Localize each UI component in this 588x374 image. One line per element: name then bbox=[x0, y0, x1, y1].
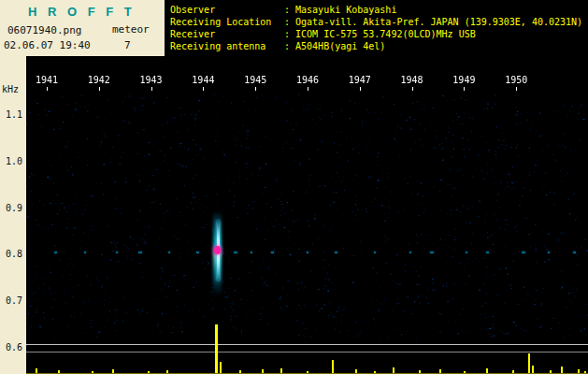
freq-tick-label: 0.8 bbox=[0, 249, 22, 259]
mode-label: meteor bbox=[112, 23, 150, 36]
signal-level-bar bbox=[215, 324, 218, 373]
output-filename: 06071940.png bbox=[7, 24, 81, 36]
signal-level-bar bbox=[528, 353, 530, 373]
info-value: : Ogata-vill. Akita-Pref. JAPAN (139.930… bbox=[284, 16, 582, 28]
info-value: : A504HB(yagi 4el) bbox=[284, 40, 385, 52]
meteor-count: 7 bbox=[124, 39, 131, 51]
info-label: Receiving antenna bbox=[170, 40, 284, 52]
freq-tick-label: 0.7 bbox=[0, 295, 22, 306]
info-label: Observer bbox=[170, 4, 284, 16]
header-left-panel: H R O F F T 06071940.png meteor 02.06.07… bbox=[0, 0, 165, 56]
frequency-unit-label: kHz bbox=[2, 84, 19, 94]
app-title: H R O F F T bbox=[28, 5, 136, 19]
info-value: : ICOM IC-575 53.7492(0LCD)MHz USB bbox=[284, 28, 476, 40]
info-row: Receiving Location: Ogata-vill. Akita-Pr… bbox=[170, 16, 588, 28]
freq-tick-label: 0.9 bbox=[0, 203, 22, 213]
signal-level-bar bbox=[532, 366, 534, 373]
info-label: Receiver bbox=[170, 28, 284, 40]
freq-tick-label: 0.6 bbox=[0, 342, 22, 352]
frequency-axis: kHz 1.11.00.90.80.70.6 bbox=[0, 56, 26, 374]
info-label: Receiving Location bbox=[170, 16, 284, 28]
observer-info-panel: Observer: Masayuki KobayashiReceiving Lo… bbox=[165, 0, 588, 56]
info-row: Receiving antenna: A504HB(yagi 4el) bbox=[170, 40, 588, 52]
spectrogram-plot: 1941194219431944194519461947194819491950 bbox=[26, 56, 588, 374]
info-row: Observer: Masayuki Kobayashi bbox=[170, 4, 588, 16]
signal-level-bar bbox=[332, 360, 334, 373]
freq-tick-label: 1.0 bbox=[0, 156, 22, 166]
freq-tick-label: 1.1 bbox=[0, 109, 22, 120]
info-row: Receiver: ICOM IC-575 53.7492(0LCD)MHz U… bbox=[170, 28, 588, 40]
datetime-label: 02.06.07 19:40 bbox=[4, 39, 91, 51]
signal-level-bar bbox=[220, 362, 222, 373]
info-value: : Masayuki Kobayashi bbox=[284, 4, 396, 16]
signal-meter bbox=[26, 56, 588, 374]
signal-level-bar bbox=[561, 367, 563, 373]
